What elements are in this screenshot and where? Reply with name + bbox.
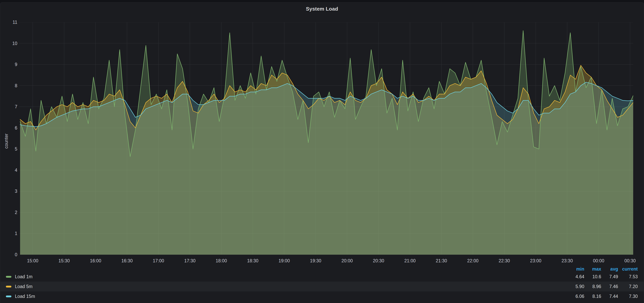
legend-header-row: min max avg current	[0, 266, 644, 272]
legend-current-value: 7.30	[618, 294, 638, 299]
y-tick-label: 11	[6, 20, 17, 25]
legend-min-value: 5.90	[567, 284, 584, 289]
panel-title: System Load	[306, 6, 338, 12]
legend: min max avg current Load 1m 4.64 10.6 7.…	[0, 266, 644, 301]
x-tick-label: 22:30	[494, 258, 514, 264]
system-load-panel: System Load counter 01234567891011 15:00…	[0, 2, 644, 303]
x-tick-label: 18:30	[243, 258, 263, 264]
legend-avg-value: 7.46	[601, 284, 618, 289]
legend-current-value: 7.53	[618, 274, 638, 280]
legend-max-value: 10.6	[584, 274, 601, 280]
y-tick-label: 5	[6, 146, 17, 152]
x-tick-label: 23:30	[557, 258, 577, 264]
x-tick-label: 00:30	[620, 258, 640, 264]
legend-min-value: 6.06	[567, 294, 584, 299]
x-tick-label: 16:00	[86, 258, 105, 264]
x-tick-label: 15:00	[23, 258, 42, 264]
x-tick-label: 21:00	[400, 258, 420, 264]
legend-max-value: 8.16	[584, 294, 601, 299]
series-color-swatch	[6, 276, 12, 278]
legend-series-label: Load 15m	[15, 294, 35, 299]
y-tick-label: 0	[6, 252, 17, 258]
y-tick-label: 8	[6, 83, 17, 88]
x-tick-label: 00:00	[589, 258, 608, 264]
legend-sort-min[interactable]: min	[567, 266, 584, 272]
legend-row-load-15m: Load 15m 6.06 8.16 7.44 7.30	[0, 292, 644, 301]
plot-area[interactable]	[19, 22, 633, 255]
legend-sort-avg[interactable]: avg	[601, 266, 618, 272]
y-axis-unit-label: counter	[4, 118, 9, 165]
legend-row-load-1m: Load 1m 4.64 10.6 7.49 7.53	[0, 272, 644, 282]
load-chart-svg[interactable]	[19, 22, 633, 255]
y-tick-label: 2	[6, 210, 17, 215]
x-tick-label: 17:00	[148, 258, 168, 264]
y-tick-label: 4	[6, 168, 17, 173]
panel-header[interactable]: System Load	[0, 5, 644, 12]
legend-series-toggle[interactable]: Load 5m	[6, 284, 567, 289]
x-tick-label: 21:30	[432, 258, 451, 264]
y-tick-label: 9	[6, 62, 17, 67]
legend-sort-max[interactable]: max	[584, 266, 601, 272]
legend-series-label: Load 1m	[15, 274, 32, 280]
legend-series-toggle[interactable]: Load 15m	[6, 294, 567, 299]
x-tick-label: 18:00	[212, 258, 231, 264]
y-tick-label: 6	[6, 125, 17, 131]
x-tick-label: 19:00	[274, 258, 294, 264]
x-tick-label: 22:00	[463, 258, 483, 264]
legend-avg-value: 7.44	[601, 294, 618, 299]
x-tick-label: 17:30	[180, 258, 200, 264]
legend-min-value: 4.64	[567, 274, 584, 280]
legend-current-value: 7.20	[618, 284, 638, 289]
x-tick-label: 16:30	[117, 258, 137, 264]
y-tick-label: 10	[6, 41, 17, 46]
y-tick-label: 1	[6, 231, 17, 236]
legend-series-label: Load 5m	[15, 284, 32, 289]
series-color-swatch	[6, 286, 12, 288]
legend-row-load-5m: Load 5m 5.90 8.96 7.46 7.20	[0, 282, 644, 292]
x-tick-label: 20:30	[369, 258, 388, 264]
legend-avg-value: 7.49	[601, 274, 618, 280]
x-tick-label: 15:30	[54, 258, 74, 264]
y-tick-label: 3	[6, 188, 17, 194]
x-tick-label: 23:00	[526, 258, 546, 264]
legend-sort-current[interactable]: current	[618, 266, 638, 272]
y-tick-label: 7	[6, 104, 17, 110]
x-tick-label: 20:00	[337, 258, 357, 264]
series-color-swatch	[6, 296, 12, 297]
legend-series-toggle[interactable]: Load 1m	[6, 274, 567, 280]
legend-max-value: 8.96	[584, 284, 601, 289]
x-tick-label: 19:30	[306, 258, 326, 264]
